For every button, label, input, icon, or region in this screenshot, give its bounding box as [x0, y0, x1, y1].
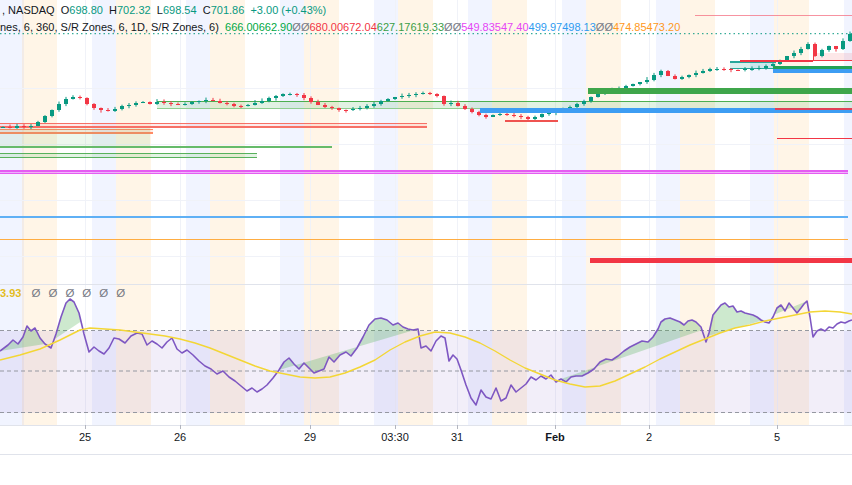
candle-body [183, 104, 188, 105]
symbol-status-line[interactable]: , NASDAQ O698.80 H702.32 L698.54 C701.86… [2, 4, 326, 17]
candle-body [85, 98, 90, 104]
candle-body [533, 117, 538, 120]
candle-body [197, 101, 202, 102]
candle-body [456, 103, 461, 106]
indicator-value: 680.00 [309, 21, 343, 33]
indicator-value: Ø [292, 21, 301, 33]
candle-body [771, 64, 776, 66]
candle-body [232, 104, 237, 106]
indicator-value: 672.04 [343, 21, 377, 33]
candle-body [274, 96, 279, 98]
oscillator-empty: Ø [116, 287, 125, 299]
indicator-value: 547.40 [495, 21, 529, 33]
candle-body [57, 104, 62, 110]
candle-body [680, 77, 685, 79]
candle-body [162, 102, 167, 103]
indicator-value: 619.33 [410, 21, 444, 33]
candle-body [428, 93, 433, 94]
time-axis[interactable]: 25262903:3031Feb25 [0, 429, 852, 455]
candle-body [113, 109, 118, 111]
indicator-values: 666.00662.90ØØ680.00672.04627.17619.33ØØ… [225, 21, 680, 33]
zone-red-pair-border-bottom [0, 126, 427, 127]
candle-body [365, 106, 370, 108]
time-axis-label: 29 [304, 431, 316, 443]
candle-body [498, 114, 503, 115]
indicator-title: nes, 6, 360, S/R Zones, 6, 1D, S/R Zones… [0, 21, 219, 33]
candle-body [393, 97, 398, 99]
candle-body [337, 108, 342, 110]
candle-body [330, 107, 335, 108]
zone-mint-left-border-bottom [0, 146, 150, 147]
candle-body [750, 69, 755, 70]
line-red-on-blue [775, 108, 852, 110]
zone-red-thick [590, 258, 852, 263]
indicator-value: 662.90 [259, 21, 293, 33]
candle-body [204, 100, 209, 101]
ohlc-high-value: 702.32 [117, 4, 151, 16]
zone-mint-box [730, 62, 776, 69]
oscillator-value: 3.93 [0, 287, 21, 299]
oscillator-empty-values: ØØØØØØ [31, 287, 133, 299]
candle-body [211, 100, 216, 101]
line-red-short [505, 120, 558, 121]
spacer [103, 4, 106, 16]
indicator-value: 666.00 [225, 21, 259, 33]
time-axis-label: Feb [545, 431, 565, 443]
candle-body [491, 115, 496, 117]
oscillator-empty: Ø [65, 287, 74, 299]
candle-body [435, 94, 440, 96]
candle-body [22, 126, 27, 127]
price-chart-canvas[interactable] [0, 0, 852, 485]
candle-body [176, 104, 181, 105]
candle-body [351, 109, 356, 110]
ohlc-close-value: 701.86 [211, 4, 245, 16]
indicator-status-line[interactable]: nes, 6, 360, S/R Zones, 6, 1D, S/R Zones… [0, 21, 680, 34]
candle-body [148, 102, 153, 104]
ohlc-open-value: 698.80 [69, 4, 103, 16]
line-red-672-extension [740, 60, 813, 61]
line-red-right [777, 138, 852, 140]
spacer [55, 4, 58, 16]
trading-chart-window: , NASDAQ O698.80 H702.32 L698.54 C701.86… [0, 0, 852, 485]
candle-body [841, 41, 846, 50]
time-axis-label: 5 [774, 431, 780, 443]
pane-divider [0, 284, 852, 285]
oscillator-empty: Ø [82, 287, 91, 299]
time-axis-label: 2 [646, 431, 652, 443]
candle-body [15, 126, 20, 128]
candle-body [36, 122, 41, 126]
candle-body [50, 110, 55, 116]
oscillator-status-line[interactable]: 3.93 ØØØØØØ [0, 287, 133, 299]
zone-darkgreen-band [588, 88, 852, 94]
candle-body [29, 126, 34, 127]
candle-body [463, 106, 468, 109]
h-gridline [0, 200, 852, 201]
zone-double-green-border-top [0, 153, 257, 154]
candle-body [225, 103, 230, 104]
spacer [244, 4, 247, 16]
candle-body [505, 114, 510, 115]
candle-body [470, 109, 475, 112]
indicator-value: 627.17 [377, 21, 411, 33]
candle-body [358, 108, 363, 109]
candle-body [652, 75, 657, 80]
ohlc-close-label: C [203, 4, 211, 16]
ohlc-high-label: H [109, 4, 117, 16]
zone-blue-line [0, 216, 848, 218]
candle-body [246, 105, 251, 106]
candle-body [512, 115, 517, 116]
candle-body [134, 103, 139, 105]
candle-body [799, 49, 804, 53]
candle-body [281, 94, 286, 96]
candle-body [701, 71, 706, 73]
ohlc-open-label: O [61, 4, 70, 16]
candle-body [288, 94, 293, 95]
candle-body [99, 108, 104, 110]
candle-body [666, 71, 671, 75]
candle-body [309, 98, 314, 101]
candle-body [295, 94, 300, 96]
candle-body [757, 68, 762, 69]
candle-body [127, 105, 132, 107]
candle-body [582, 101, 587, 104]
candle-body [673, 76, 678, 79]
